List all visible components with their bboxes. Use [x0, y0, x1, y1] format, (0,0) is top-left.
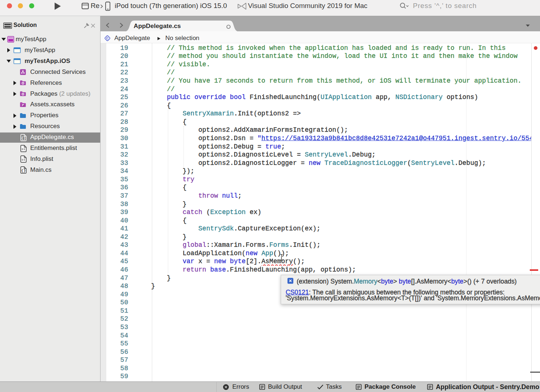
svg-text:C: C — [106, 36, 109, 40]
svg-text:{}: {} — [21, 136, 25, 140]
svg-text:{}: {} — [21, 169, 25, 173]
